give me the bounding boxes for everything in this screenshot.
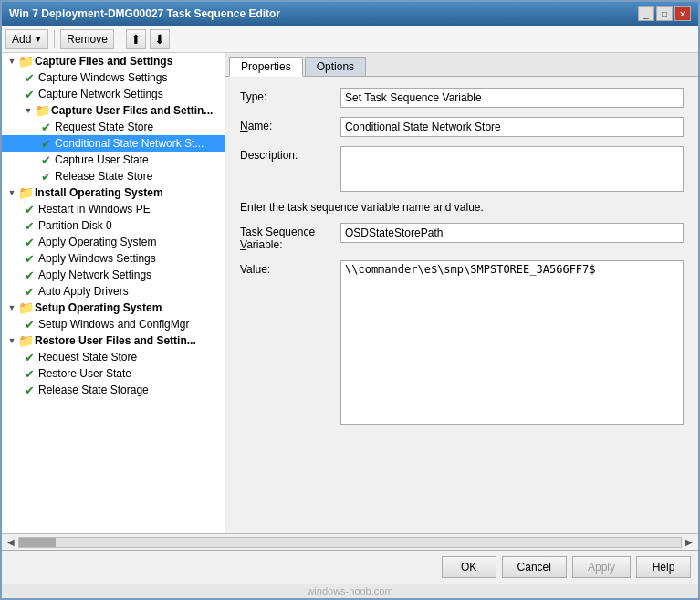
add-label: Add <box>12 33 31 46</box>
folder-icon: 📁 <box>18 185 33 200</box>
toggle-restore-user[interactable]: ▼ <box>5 334 18 347</box>
cancel-button[interactable]: Cancel <box>502 556 567 578</box>
properties-panel: Type: Name: Description: Enter the task … <box>225 77 698 533</box>
check-icon: ✔ <box>22 202 37 216</box>
add-dropdown-arrow[interactable]: ▼ <box>34 35 42 44</box>
check-icon: ✔ <box>22 251 37 266</box>
toolbar-separator-2 <box>120 30 120 48</box>
item-apply-windows-settings[interactable]: ✔ Apply Windows Settings <box>2 250 225 267</box>
apply-button[interactable]: Apply <box>572 556 631 578</box>
group-setup-os[interactable]: ▼ 📁 Setup Operating System <box>2 300 225 316</box>
horizontal-scrollbar[interactable] <box>18 537 682 548</box>
group-label-capture-user: Capture User Files and Settin... <box>51 104 213 117</box>
check-icon: ✔ <box>22 284 37 299</box>
tab-properties[interactable]: Properties <box>229 57 303 77</box>
toolbar: Add ▼ Remove ⬆ ⬇ <box>2 26 698 53</box>
add-button[interactable]: Add ▼ <box>5 29 48 49</box>
main-content: ▼ 📁 Capture Files and Settings ✔ Capture… <box>2 53 698 533</box>
item-capture-windows-settings[interactable]: ✔ Capture Windows Settings <box>2 69 225 86</box>
item-release-state-store-1[interactable]: ✔ Release State Store <box>2 168 225 184</box>
description-textarea[interactable] <box>340 146 684 192</box>
item-conditional-state-network[interactable]: ✔ Conditional State Network St... <box>2 135 225 152</box>
check-icon: ✔ <box>22 383 37 397</box>
watermark-text: windows-noob.com <box>307 585 392 596</box>
minimize-button[interactable]: _ <box>638 6 654 21</box>
value-row: Value: \\commander\e$\smp\SMPSTOREE_3A56… <box>240 260 684 425</box>
toggle-setup-os[interactable]: ▼ <box>5 301 18 314</box>
check-icon: ✔ <box>22 235 37 249</box>
item-apply-network-settings[interactable]: ✔ Apply Network Settings <box>2 267 225 283</box>
group-capture-files[interactable]: ▼ 📁 Capture Files and Settings <box>2 53 225 69</box>
group-label-setup-os: Setup Operating System <box>35 301 162 314</box>
item-restart-windows-pe[interactable]: ✔ Restart in Windows PE <box>2 201 225 217</box>
description-row: Description: <box>240 146 684 192</box>
value-label: Value: <box>240 260 340 276</box>
item-release-state-storage[interactable]: ✔ Release State Storage <box>2 382 225 398</box>
check-icon: ✔ <box>38 169 53 184</box>
tab-options[interactable]: Options <box>305 57 366 76</box>
item-apply-os[interactable]: ✔ Apply Operating System <box>2 234 225 250</box>
remove-label: Remove <box>67 33 108 46</box>
group-restore-user-files[interactable]: ▼ 📁 Restore User Files and Settin... <box>2 332 225 349</box>
toggle-capture-files[interactable]: ▼ <box>5 55 18 68</box>
check-icon: ✔ <box>38 136 53 151</box>
move-up-button[interactable]: ⬆ <box>126 29 146 49</box>
check-icon: ✔ <box>22 317 37 332</box>
folder-icon: 📁 <box>18 333 33 348</box>
close-button[interactable]: ✕ <box>674 6 691 21</box>
item-capture-user-state[interactable]: ✔ Capture User State <box>2 152 225 168</box>
folder-icon: 📁 <box>18 300 33 315</box>
check-icon: ✔ <box>22 87 37 101</box>
item-setup-windows-configmgr[interactable]: ✔ Setup Windows and ConfigMgr <box>2 316 225 332</box>
type-label: Type: <box>240 88 340 103</box>
check-icon: ✔ <box>22 268 37 282</box>
folder-icon: 📁 <box>18 54 33 68</box>
name-label: Name: <box>240 117 340 132</box>
group-label-capture-files: Capture Files and Settings <box>35 55 172 68</box>
variable-label: Task Sequence Variable: <box>240 223 340 251</box>
check-icon: ✔ <box>22 350 37 364</box>
toolbar-separator-1 <box>54 30 55 48</box>
variable-input[interactable] <box>340 223 684 243</box>
item-request-state-store-2[interactable]: ✔ Request State Store <box>2 349 225 365</box>
group-label-install-os: Install Operating System <box>35 186 163 199</box>
check-icon: ✔ <box>38 120 53 134</box>
watermark: windows-noob.com <box>2 584 698 598</box>
title-bar-buttons: _ □ ✕ <box>638 6 691 21</box>
move-down-button[interactable]: ⬇ <box>150 29 170 49</box>
item-request-state-store-1[interactable]: ✔ Request State Store <box>2 119 225 135</box>
horizontal-scrollbar-area: ◀ ▶ <box>2 533 698 550</box>
toggle-install-os[interactable]: ▼ <box>5 186 18 199</box>
check-icon: ✔ <box>38 153 53 167</box>
scrollbar-thumb[interactable] <box>19 538 56 547</box>
name-row: Name: <box>240 117 684 137</box>
description-label: Description: <box>240 146 340 162</box>
scroll-left-arrow[interactable]: ◀ <box>5 537 16 547</box>
name-input[interactable] <box>340 117 684 137</box>
group-capture-user-files[interactable]: ▼ 📁 Capture User Files and Settin... <box>2 102 225 119</box>
check-icon: ✔ <box>22 366 37 381</box>
item-restore-user-state[interactable]: ✔ Restore User State <box>2 365 225 382</box>
type-input[interactable] <box>340 88 684 108</box>
help-button[interactable]: Help <box>636 556 691 578</box>
value-textarea[interactable]: \\commander\e$\smp\SMPSTOREE_3A566FF7$ <box>340 260 684 425</box>
variable-row: Task Sequence Variable: <box>240 223 684 251</box>
check-icon: ✔ <box>22 218 37 233</box>
window-title: Win 7 Deployment-DMG00027 Task Sequence … <box>9 7 280 20</box>
group-install-os[interactable]: ▼ 📁 Install Operating System <box>2 184 225 201</box>
group-label-restore-user: Restore User Files and Settin... <box>35 334 196 347</box>
type-row: Type: <box>240 88 684 108</box>
ok-button[interactable]: OK <box>442 556 496 578</box>
remove-button[interactable]: Remove <box>60 29 114 49</box>
folder-icon: 📁 <box>35 103 49 118</box>
maximize-button[interactable]: □ <box>656 6 673 21</box>
title-bar: Win 7 Deployment-DMG00027 Task Sequence … <box>2 2 698 26</box>
item-auto-apply-drivers[interactable]: ✔ Auto Apply Drivers <box>2 283 225 300</box>
right-panel: Properties Options Type: Name: <box>225 53 698 533</box>
item-capture-network-settings[interactable]: ✔ Capture Network Settings <box>2 86 225 102</box>
toggle-capture-user-files[interactable]: ▼ <box>22 104 35 117</box>
info-text: Enter the task sequence variable name an… <box>240 201 684 214</box>
main-window: Win 7 Deployment-DMG00027 Task Sequence … <box>0 0 700 600</box>
item-partition-disk[interactable]: ✔ Partition Disk 0 <box>2 217 225 234</box>
scroll-right-arrow[interactable]: ▶ <box>684 537 695 547</box>
